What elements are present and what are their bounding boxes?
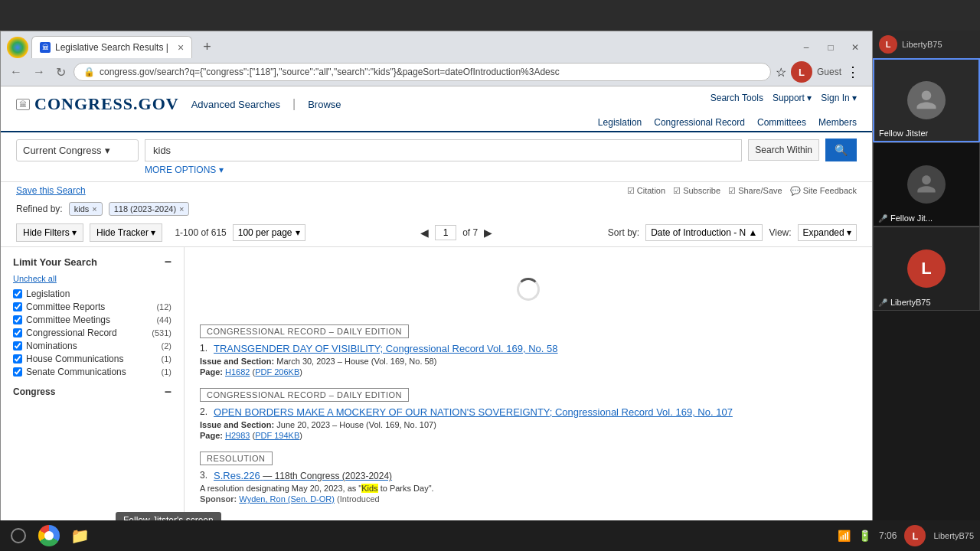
result2-title-link[interactable]: OPEN BORDERS MAKE A MOCKERY OF OUR NATIO… bbox=[214, 406, 733, 418]
sidebar-collapse-btn[interactable]: – bbox=[165, 255, 172, 269]
result3-highlighted: Kids bbox=[361, 484, 377, 493]
tab-label: Legislative Search Results | Con... bbox=[55, 42, 170, 53]
tile3-avatar-text: L bbox=[921, 259, 931, 279]
sub-nav-legislation[interactable]: Legislation bbox=[598, 117, 642, 128]
senate-comms-checkbox[interactable] bbox=[13, 367, 22, 377]
result2-page-link[interactable]: H2983 bbox=[225, 431, 250, 440]
per-page-label: 100 per page bbox=[238, 227, 292, 238]
user-label: Guest bbox=[817, 67, 841, 77]
result2-category: CONGRESSIONAL RECORD – DAILY EDITION bbox=[200, 388, 409, 402]
tab-close-btn[interactable]: × bbox=[178, 41, 184, 54]
new-tab-btn[interactable]: + bbox=[198, 37, 216, 57]
congress-select-arrow: ▾ bbox=[105, 145, 110, 156]
site-feedback-btn[interactable]: 💬 Site Feedback bbox=[790, 186, 857, 196]
forward-btn[interactable]: → bbox=[30, 64, 48, 80]
address-bar[interactable]: 🔒 congress.gov/search?q={"congress":["11… bbox=[74, 63, 771, 81]
congressional-record-count: (531) bbox=[152, 328, 172, 337]
sign-in-link[interactable]: Sign In ▾ bbox=[821, 93, 857, 103]
search-tools-link[interactable]: Search Tools bbox=[710, 93, 763, 103]
result1-meta: Issue and Section: March 30, 2023 – Hous… bbox=[200, 357, 857, 366]
congress-select[interactable]: Current Congress ▾ bbox=[16, 139, 139, 161]
user-profile-btn[interactable]: L bbox=[791, 61, 812, 83]
sidebar-item-congressional-record[interactable]: Congressional Record (531) bbox=[13, 328, 172, 338]
result3-desc-text: A resolution designating May 20, 2023, a… bbox=[200, 484, 361, 493]
uncheck-all-btn[interactable]: Uncheck all bbox=[13, 273, 172, 284]
sort-select[interactable]: Date of Introduction - N ▲ bbox=[645, 224, 763, 241]
top-user-row: L LibertyB75 bbox=[873, 31, 980, 58]
prev-page-btn[interactable]: ◀ bbox=[420, 227, 429, 239]
result1-title-link[interactable]: TRANSGENDER DAY OF VISIBILITY; Congressi… bbox=[214, 343, 558, 354]
house-comms-label: House Communications bbox=[26, 354, 123, 364]
committee-meetings-checkbox[interactable] bbox=[13, 315, 22, 324]
back-btn[interactable]: ← bbox=[7, 64, 25, 80]
sub-nav-committees[interactable]: Committees bbox=[757, 117, 806, 128]
congress-section-title: Congress – bbox=[13, 385, 172, 399]
committee-reports-label: Committee Reports bbox=[26, 302, 105, 312]
remove-congress-filter[interactable]: × bbox=[179, 204, 184, 214]
house-comms-checkbox[interactable] bbox=[13, 354, 22, 364]
next-page-btn[interactable]: ▶ bbox=[484, 227, 492, 239]
hide-filters-btn[interactable]: Hide Filters ▾ bbox=[16, 223, 83, 242]
window-minimize-btn[interactable]: – bbox=[795, 40, 817, 55]
search-input[interactable] bbox=[145, 139, 742, 161]
remove-kids-filter[interactable]: × bbox=[92, 204, 96, 214]
sort-value: Date of Introduction - N ▲ bbox=[651, 227, 757, 238]
sidebar-item-committee-meetings[interactable]: Committee Meetings (44) bbox=[13, 315, 172, 325]
search-within[interactable]: Search Within bbox=[748, 139, 819, 161]
sidebar-item-house-communications[interactable]: House Communications (1) bbox=[13, 354, 172, 364]
nav-browse[interactable]: Browse bbox=[308, 99, 341, 110]
sidebar-item-legislation[interactable]: Legislation bbox=[13, 289, 172, 299]
result1-meta-label: Issue and Section: bbox=[200, 357, 274, 366]
subscribe-btn[interactable]: ☑ Subscribe bbox=[673, 186, 720, 196]
filter-tag-kids[interactable]: kids × bbox=[69, 202, 103, 216]
page-input[interactable] bbox=[435, 225, 456, 240]
sidebar-item-senate-communications[interactable]: Senate Communications (1) bbox=[13, 367, 172, 377]
video-tile-2[interactable]: 🎤 Fellow Jit... bbox=[873, 142, 980, 227]
congressional-record-checkbox[interactable] bbox=[13, 328, 22, 337]
bookmark-icon[interactable]: ☆ bbox=[776, 65, 786, 80]
congress-section-collapse[interactable]: – bbox=[165, 385, 172, 399]
more-options-btn[interactable]: ⋮ bbox=[846, 64, 860, 80]
refined-by-label: Refined by: bbox=[16, 204, 63, 214]
taskbar-user-avatar[interactable]: L bbox=[904, 525, 926, 546]
result3-sponsor-link[interactable]: Wyden, Ron (Sen. D-OR) bbox=[239, 494, 335, 504]
hide-tracker-btn[interactable]: Hide Tracker ▾ bbox=[90, 223, 162, 242]
video-tile-3[interactable]: L 🎤 LibertyB75 bbox=[873, 227, 980, 311]
support-link[interactable]: Support ▾ bbox=[773, 93, 812, 103]
result1-page-link[interactable]: H1682 bbox=[225, 367, 250, 377]
result1-meta-value: March 30, 2023 – House (Vol. 169, No. 58… bbox=[276, 357, 436, 366]
citation-btn[interactable]: ☑ Citation bbox=[627, 186, 665, 196]
sidebar-item-nominations[interactable]: Nominations (2) bbox=[13, 341, 172, 351]
per-page-select[interactable]: 100 per page ▾ bbox=[233, 224, 305, 241]
result3-title-link[interactable]: S.Res.226 — 118th Congress (2023-2024) bbox=[214, 470, 392, 481]
active-tab[interactable]: 🏛 Legislative Search Results | Con... × bbox=[31, 36, 192, 58]
right-panel: L LibertyB75 Fellow Jitster 🎤 Fellow Jit… bbox=[873, 31, 980, 551]
sub-nav-members[interactable]: Members bbox=[818, 117, 857, 128]
save-search-link[interactable]: Save this Search bbox=[16, 185, 86, 196]
taskbar-chrome-icon[interactable] bbox=[37, 523, 61, 548]
filter-tag-congress[interactable]: 118 (2023-2024) × bbox=[109, 202, 190, 216]
search-btn[interactable]: 🔍 bbox=[825, 139, 857, 161]
nav-advanced-searches[interactable]: Advanced Searches bbox=[191, 99, 280, 110]
sidebar-item-committee-reports[interactable]: Committee Reports (12) bbox=[13, 302, 172, 312]
sort-by-label: Sort by: bbox=[608, 227, 639, 238]
window-maximize-btn[interactable]: □ bbox=[820, 40, 841, 55]
more-options-btn[interactable]: MORE OPTIONS ▾ bbox=[145, 165, 857, 175]
share-save-btn[interactable]: ☑ Share/Save bbox=[728, 186, 782, 196]
window-close-btn[interactable]: ✕ bbox=[844, 40, 866, 55]
committee-reports-count: (12) bbox=[156, 302, 172, 311]
taskbar-linux-icon[interactable] bbox=[6, 523, 31, 548]
view-label: View: bbox=[769, 227, 791, 238]
taskbar-files-icon[interactable]: 📁 bbox=[67, 523, 92, 548]
nominations-checkbox[interactable] bbox=[13, 341, 22, 350]
video-tile-1[interactable]: Fellow Jitster bbox=[873, 58, 980, 142]
refresh-btn[interactable]: ↻ bbox=[53, 64, 69, 81]
main-nav: Advanced Searches | Browse bbox=[191, 93, 341, 116]
legislation-checkbox[interactable] bbox=[13, 289, 22, 298]
sub-nav-congressional-record[interactable]: Congressional Record bbox=[654, 117, 745, 128]
sub-nav: Legislation Congressional Record Committ… bbox=[16, 116, 857, 131]
result1-pdf-link[interactable]: PDF 206KB bbox=[255, 367, 299, 377]
view-select[interactable]: Expanded ▾ bbox=[798, 224, 857, 241]
committee-reports-checkbox[interactable] bbox=[13, 302, 22, 311]
result2-pdf-link[interactable]: PDF 194KB bbox=[255, 431, 299, 440]
